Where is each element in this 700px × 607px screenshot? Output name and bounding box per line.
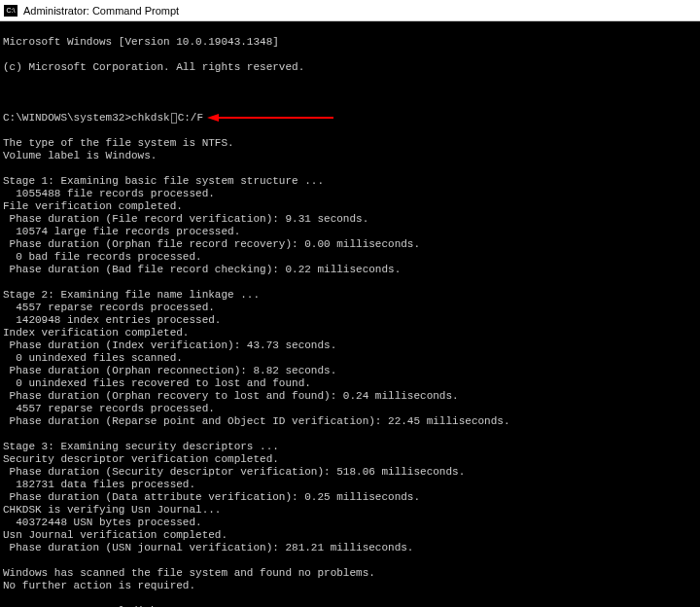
terminal-body: The type of the file system is NTFS. Vol… bbox=[3, 137, 697, 607]
prompt-command-1: chkdsk bbox=[131, 112, 170, 125]
cmd-icon-text: C:\ bbox=[7, 7, 16, 14]
terminal-prompt-line: C:\WINDOWS\system32>chkdskC:/F bbox=[3, 112, 697, 125]
cursor-icon bbox=[171, 113, 177, 124]
terminal-blank bbox=[3, 87, 697, 99]
prompt-command-2: C:/F bbox=[178, 112, 203, 125]
terminal-header-line1: Microsoft Windows [Version 10.0.19043.13… bbox=[3, 36, 697, 49]
terminal-output[interactable]: Microsoft Windows [Version 10.0.19043.13… bbox=[0, 21, 700, 607]
prompt-path: C:\WINDOWS\system32> bbox=[3, 112, 131, 125]
annotation-arrow-icon bbox=[207, 113, 333, 123]
cmd-icon: C:\ bbox=[4, 5, 18, 17]
window-titlebar[interactable]: C:\ Administrator: Command Prompt bbox=[0, 0, 700, 21]
terminal-header-line2: (c) Microsoft Corporation. All rights re… bbox=[3, 61, 697, 74]
window-title: Administrator: Command Prompt bbox=[23, 5, 179, 17]
svg-marker-1 bbox=[207, 114, 219, 122]
